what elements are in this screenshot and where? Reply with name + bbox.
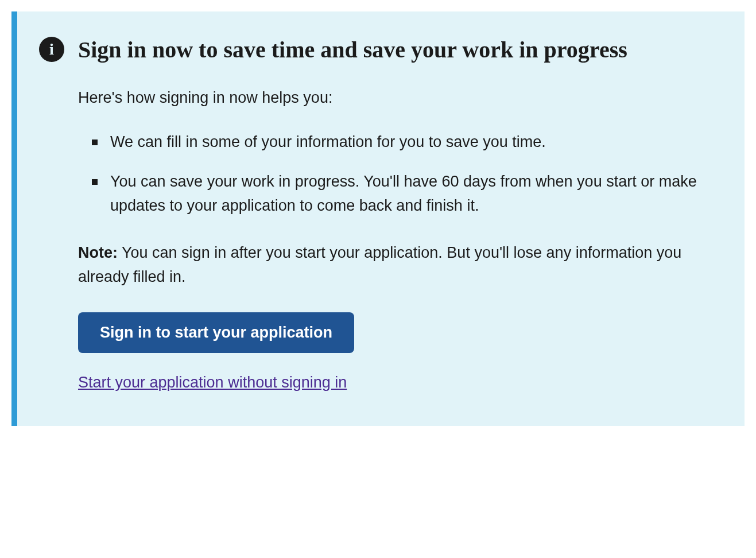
- alert-content: Here's how signing in now helps you: We …: [78, 86, 710, 392]
- benefits-list: We can fill in some of your information …: [92, 130, 710, 219]
- note-body: You can sign in after you start your app…: [78, 244, 681, 285]
- start-without-signin-link[interactable]: Start your application without signing i…: [78, 374, 347, 392]
- intro-text: Here's how signing in now helps you:: [78, 86, 710, 110]
- info-icon: i: [39, 37, 64, 62]
- info-alert-box: i Sign in now to save time and save your…: [11, 11, 745, 426]
- alert-title: Sign in now to save time and save your w…: [78, 34, 627, 65]
- list-item: We can fill in some of your information …: [92, 130, 710, 154]
- list-item: You can save your work in progress. You'…: [92, 170, 710, 218]
- sign-in-button[interactable]: Sign in to start your application: [78, 312, 354, 353]
- note-paragraph: Note: You can sign in after you start yo…: [78, 241, 710, 289]
- info-icon-glyph: i: [49, 40, 54, 59]
- note-label: Note:: [78, 244, 118, 261]
- alert-header: i Sign in now to save time and save your…: [39, 34, 710, 65]
